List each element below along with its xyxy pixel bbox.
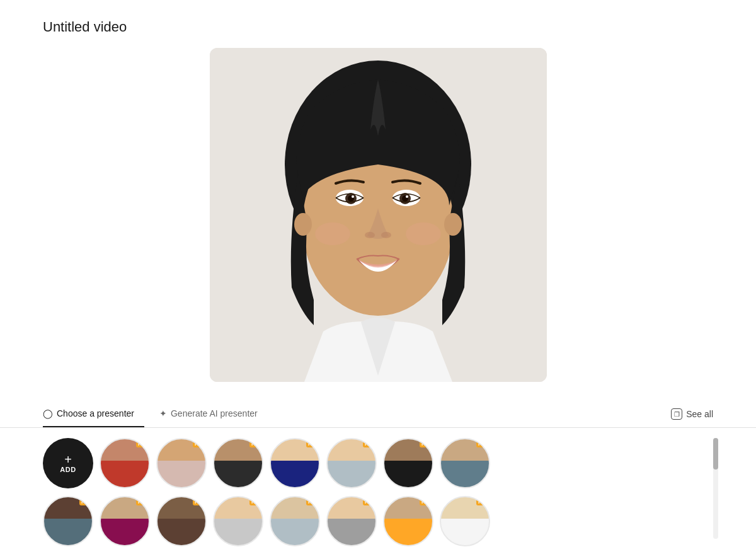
see-all-button[interactable]: ❐ See all — [671, 403, 713, 425]
sparkle-icon: ✦ — [159, 408, 167, 418]
choose-presenter-label: Choose a presenter — [57, 408, 134, 418]
svg-point-8 — [352, 195, 354, 198]
tab-choose-presenter[interactable]: ◯ Choose a presenter — [43, 401, 144, 427]
hq-badge-4: HQ — [306, 441, 318, 447]
hq-badge-5: HQ — [363, 441, 374, 447]
page-container: Untitled video — [0, 0, 756, 546]
scrollbar-track[interactable] — [713, 438, 718, 539]
hq-badge-11: HQ — [249, 498, 261, 505]
tabs-left: ◯ Choose a presenter ✦ Generate AI prese… — [43, 401, 283, 427]
see-all-label: See all — [686, 409, 713, 419]
presenter-thumb-1[interactable]: HQ — [100, 438, 150, 488]
hq-badge-3: HQ — [249, 441, 261, 447]
hq-badge-8: HQ — [79, 498, 91, 505]
svg-point-14 — [381, 232, 391, 238]
presenter-thumb-13[interactable]: HQ — [326, 496, 377, 546]
hq-badge-2: HQ — [193, 441, 204, 447]
preview-area — [0, 48, 756, 382]
presenters-scroll: + ADD HQ HQ HQ — [43, 438, 713, 546]
presenter-thumb-3[interactable]: HQ — [213, 438, 263, 488]
svg-point-13 — [365, 232, 375, 238]
tab-generate-ai[interactable]: ✦ Generate AI presenter — [159, 401, 268, 427]
presenter-thumb-11[interactable]: HQ — [213, 496, 263, 546]
title-area: Untitled video — [0, 0, 756, 48]
video-title[interactable]: Untitled video — [43, 19, 127, 35]
presenter-thumb-8[interactable]: HQ — [43, 496, 93, 546]
hq-badge-7: HQ — [476, 441, 488, 447]
presenter-thumb-2[interactable]: HQ — [156, 438, 207, 488]
presenter-thumb-15[interactable]: HQ — [440, 496, 490, 546]
presenter-row-2: HQ HQ HQ HQ — [43, 496, 713, 546]
hq-badge-14: HQ — [420, 498, 431, 505]
hq-badge-1: HQ — [136, 441, 147, 447]
presenter-row-1: + ADD HQ HQ HQ — [43, 438, 713, 488]
presenter-thumb-6[interactable]: HQ — [383, 438, 433, 488]
presenter-thumb-9[interactable]: HQ — [100, 496, 150, 546]
add-presenter-button[interactable]: + ADD — [43, 438, 93, 488]
presenter-thumb-10[interactable]: HQ — [156, 496, 207, 546]
presenter-preview — [210, 48, 547, 382]
add-plus-icon: + — [64, 453, 72, 466]
presenter-thumb-12[interactable]: HQ — [270, 496, 320, 546]
hq-badge-9: HQ — [136, 498, 147, 505]
generate-ai-label: Generate AI presenter — [171, 408, 258, 418]
svg-point-12 — [406, 195, 408, 198]
svg-point-17 — [294, 213, 312, 236]
hq-badge-15: HQ — [476, 498, 488, 505]
presenter-thumb-4[interactable]: HQ — [270, 438, 320, 488]
hq-badge-12: HQ — [306, 498, 318, 505]
presenter-thumb-5[interactable]: HQ — [326, 438, 377, 488]
svg-point-18 — [444, 213, 462, 236]
presenter-thumb-7[interactable]: HQ — [440, 438, 490, 488]
svg-point-16 — [406, 222, 441, 245]
hq-badge-13: HQ — [363, 498, 374, 505]
hq-badge-10: HQ — [193, 498, 204, 505]
presenter-face-svg — [210, 48, 547, 382]
add-label: ADD — [60, 466, 76, 473]
presenter-thumb-14[interactable]: HQ — [383, 496, 433, 546]
svg-point-15 — [315, 222, 350, 245]
person-icon: ◯ — [43, 408, 53, 418]
hq-badge-6: HQ — [420, 441, 431, 447]
see-all-icon: ❐ — [671, 408, 682, 420]
presenters-grid-area: + ADD HQ HQ HQ — [0, 428, 756, 546]
scrollbar-thumb[interactable] — [713, 438, 718, 470]
tabs-area: ◯ Choose a presenter ✦ Generate AI prese… — [0, 401, 756, 428]
